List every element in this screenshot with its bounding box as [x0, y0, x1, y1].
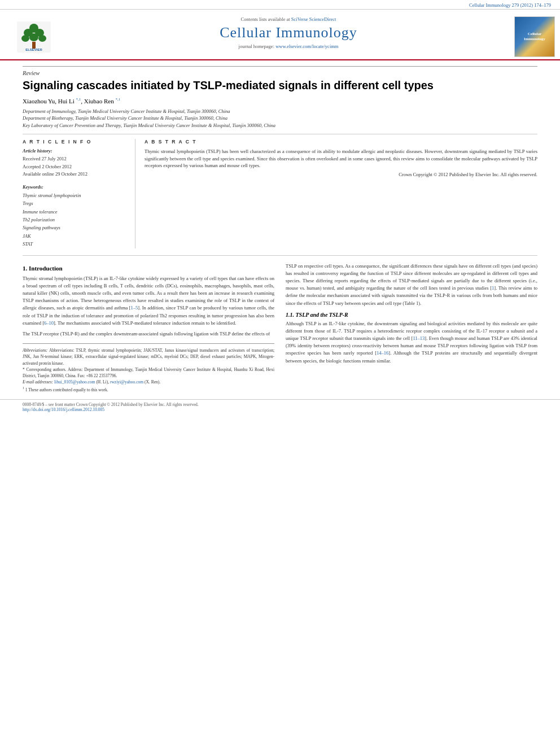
issn-line: 0008-8749/$ – see front matter Crown Cop…: [23, 402, 537, 407]
equal-contrib-text: 1 These authors contributed equally to t…: [25, 387, 108, 392]
doi-line: http://dx.doi.org/10.1016/j.cellimm.2012…: [23, 407, 537, 412]
copyright-line: Crown Copyright © 2012 Published by Else…: [145, 172, 537, 177]
available-date: Available online 29 October 2012: [23, 171, 126, 178]
journal-header: ELSEVIER Contents lists available at Sci…: [0, 10, 560, 60]
keywords-label: Keywords:: [23, 184, 126, 190]
intro-paragraph-1: Thymic stromal lymphopoietin (TSLP) is a…: [23, 275, 274, 327]
abstract-title: A B S T R A C T: [145, 139, 537, 145]
corresponding-footnote: * Corresponding authors. Address: Depart…: [23, 366, 274, 379]
svg-text:ELSEVIER: ELSEVIER: [25, 48, 42, 51]
abbreviations-label: Abbreviations:: [23, 348, 47, 353]
footnote-sup: 1: [23, 386, 24, 390]
intro-heading: 1. Introduction: [23, 265, 274, 272]
received-date: Received 27 July 2012: [23, 155, 126, 163]
keyword-3: Immune tolerance: [23, 208, 126, 216]
email-label: E-mail addresses:: [23, 379, 53, 385]
author-names: Xiaozhou Yu, Hui Li *,1, Xiubao Ren *,1: [23, 98, 120, 104]
publisher-logo-area: ELSEVIER: [0, 14, 68, 59]
journal-bar: Cellular Immunology 279 (2012) 174–179: [0, 0, 560, 10]
ref-14-16[interactable]: 14–16: [377, 350, 388, 356]
tslp-paragraph: Although TSLP is an IL-7-like cytokine, …: [286, 320, 537, 365]
journal-cover-thumbnail: CellularImmunology: [514, 16, 555, 57]
svg-point-7: [38, 35, 46, 42]
keyword-6: JAK: [23, 232, 126, 240]
accepted-date: Accepted 2 October 2012: [23, 163, 126, 171]
intro-paragraph-right-1: TSLP on respective cell types. As a cons…: [286, 263, 537, 307]
equal-contrib-footnote: 1 1 These authors contributed equally to…: [23, 386, 274, 393]
svg-point-5: [21, 35, 29, 42]
email-footnote: E-mail addresses: lihui_0105@yahoo.com (…: [23, 379, 274, 385]
article-section: Review Signaling cascades initiated by T…: [0, 60, 560, 256]
article-title: Signaling cascades initiated by TSLP-med…: [23, 78, 537, 93]
keyword-1: Thymic stromal lymphopoietin: [23, 191, 126, 199]
authors-line: Xiaozhou Yu, Hui Li *,1, Xiubao Ren *,1: [23, 97, 537, 104]
bottom-bar: 0008-8749/$ – see front matter Crown Cop…: [0, 399, 560, 414]
body-right-col: TSLP on respective cell types. As a cons…: [286, 263, 537, 393]
journal-citation: Cellular Immunology 279 (2012) 174–179: [469, 2, 551, 8]
email-link-1[interactable]: lihui_0105@yahoo.com: [54, 379, 95, 385]
ref-1-5[interactable]: 1–5: [131, 305, 138, 311]
affiliation-2: Department of Biotherapy, Tianjin Medica…: [23, 115, 537, 122]
keywords-list: Thymic stromal lymphopoietin Tregs Immun…: [23, 191, 126, 248]
homepage-link[interactable]: www.elsevier.com/locate/ycimm: [275, 43, 338, 49]
elsevier-tree-icon: ELSEVIER: [17, 21, 51, 53]
journal-thumbnail-area: CellularImmunology: [509, 14, 560, 59]
journal-thumb-text: CellularImmunology: [524, 32, 545, 42]
email-author-2: (X. Ren).: [145, 379, 160, 385]
ref-11-13[interactable]: 11–13: [413, 335, 425, 341]
article-type-label: Review: [23, 66, 537, 76]
journal-title: Cellular Immunology: [220, 24, 357, 41]
doi-link[interactable]: http://dx.doi.org/10.1016/j.cellimm.2012…: [23, 407, 104, 412]
ref-1-right[interactable]: 1: [492, 285, 494, 291]
article-info-title: A R T I C L E I N F O: [23, 139, 126, 145]
journal-title-area: Contents lists available at SciVerse Sci…: [68, 14, 509, 59]
footnote-section: Abbreviations: Abbreviations: TSLP, thym…: [23, 343, 274, 392]
tslp-subheading: 1.1. TSLP and the TSLP-R: [286, 312, 537, 318]
keyword-4: Th2 polarization: [23, 216, 126, 224]
article-info-abstract-row: A R T I C L E I N F O Article history: R…: [23, 139, 537, 256]
article-history-label: Article history:: [23, 148, 126, 154]
abstract-text: Thymic stromal lymphopoietin (TSLP) has …: [145, 148, 537, 169]
sciverse-line: Contents lists available at SciVerse Sci…: [241, 16, 336, 22]
body-section: 1. Introduction Thymic stromal lymphopoi…: [0, 256, 560, 400]
body-left-col: 1. Introduction Thymic stromal lymphopoi…: [23, 263, 274, 393]
affiliations: Department of Immunology, Tianjin Medica…: [23, 108, 537, 134]
elsevier-logo: ELSEVIER: [17, 21, 51, 53]
email-author-1: (H. Li),: [96, 379, 109, 385]
intro-paragraph-2: The TSLP receptor (TSLP-R) and the compl…: [23, 330, 274, 338]
keyword-2: Tregs: [23, 199, 126, 207]
keyword-5: Signaling pathways: [23, 224, 126, 231]
body-two-col: 1. Introduction Thymic stromal lymphopoi…: [23, 263, 537, 393]
affiliation-1: Department of Immunology, Tianjin Medica…: [23, 108, 537, 115]
article-dates: Received 27 July 2012 Accepted 2 October…: [23, 155, 126, 178]
abbreviations-text: Abbreviations: TSLP, thymic stromal lymp…: [23, 348, 274, 366]
svg-point-6: [29, 33, 38, 41]
article-info-panel: A R T I C L E I N F O Article history: R…: [23, 139, 135, 248]
email-link-2[interactable]: rwziyi@yahoo.com: [110, 379, 143, 385]
abstract-panel: A B S T R A C T Thymic stromal lymphopoi…: [145, 139, 537, 248]
homepage-line: journal homepage: www.elsevier.com/locat…: [239, 43, 339, 49]
corresponding-text: * Corresponding authors. Address: Depart…: [23, 367, 274, 378]
abbreviations-footnote: Abbreviations: Abbreviations: TSLP, thym…: [23, 347, 274, 366]
affiliation-3: Key Laboratory of Cancer Prevention and …: [23, 122, 537, 129]
keyword-7: STAT: [23, 240, 126, 248]
sciverse-link[interactable]: SciVerse ScienceDirect: [291, 16, 336, 22]
ref-6-10[interactable]: 6–10: [44, 320, 54, 326]
